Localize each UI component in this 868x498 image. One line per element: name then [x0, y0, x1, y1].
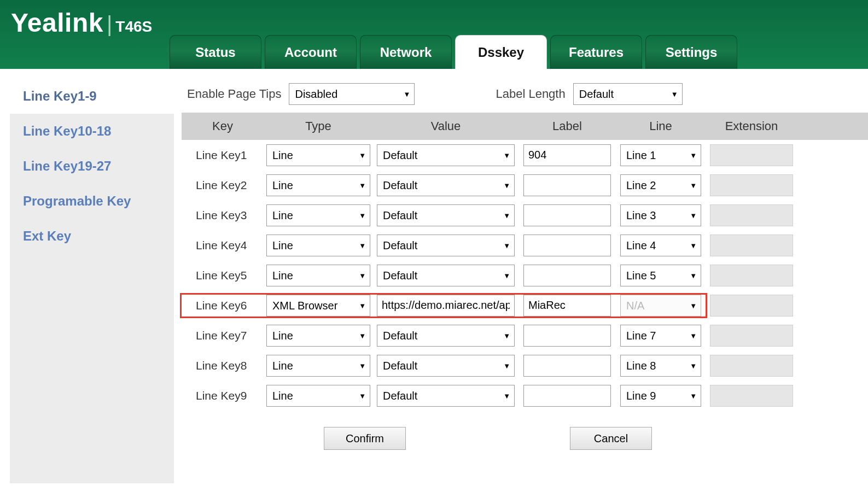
table-row: Line Key9LineDefaultLine 9: [182, 380, 868, 411]
table-row: Line Key7LineDefaultLine 7: [182, 320, 868, 350]
table-row: Line Key2LineDefaultLine 2: [182, 170, 868, 200]
brand-divider: |: [107, 12, 112, 37]
extension-field: [710, 265, 793, 286]
sidebar-item-line-key-1-9[interactable]: Line Key1-9: [10, 79, 174, 114]
brand-name: Yealink: [11, 8, 103, 38]
line-select: N/A: [620, 295, 701, 317]
extension-field: [710, 144, 793, 166]
label-length-label: Label Length: [496, 87, 565, 101]
row-key-label: Line Key7: [193, 329, 264, 342]
label-input[interactable]: [523, 355, 611, 377]
row-key-label: Line Key8: [193, 359, 264, 372]
content: Line Key1-9Line Key10-18Line Key19-27Pro…: [0, 69, 868, 483]
row-key-label: Line Key1: [193, 149, 264, 162]
extension-field: [710, 355, 793, 377]
cancel-button[interactable]: Cancel: [570, 427, 652, 450]
col-ext: Extension: [706, 119, 797, 133]
label-input[interactable]: [523, 325, 611, 347]
line-select[interactable]: Line 1: [620, 144, 701, 166]
line-select[interactable]: Line 8: [620, 355, 701, 377]
line-select[interactable]: Line 7: [620, 325, 701, 347]
extension-field: [710, 204, 793, 226]
col-label: Label: [519, 119, 616, 133]
col-type: Type: [264, 119, 373, 133]
value-select[interactable]: Default: [377, 355, 515, 377]
tab-dsskey[interactable]: Dsskey: [455, 35, 547, 69]
type-select[interactable]: Line: [266, 235, 370, 256]
tab-settings[interactable]: Settings: [645, 35, 737, 69]
label-input[interactable]: [523, 144, 611, 166]
type-select[interactable]: Line: [266, 204, 370, 226]
table-row: Line Key4LineDefaultLine 4: [182, 230, 868, 260]
logo: Yealink | T46S: [11, 8, 152, 38]
tab-features[interactable]: Features: [550, 35, 642, 69]
col-value: Value: [373, 119, 519, 133]
main-nav: StatusAccountNetworkDsskeyFeaturesSettin…: [170, 35, 737, 69]
row-key-label: Line Key3: [193, 209, 264, 222]
value-select[interactable]: Default: [377, 204, 515, 226]
header: Yealink | T46S StatusAccountNetworkDsske…: [0, 0, 868, 69]
tab-account[interactable]: Account: [265, 35, 357, 69]
enable-page-tips-select[interactable]: Disabled: [289, 83, 415, 105]
sidebar-item-line-key-10-18[interactable]: Line Key10-18: [10, 114, 174, 149]
extension-field: [710, 295, 793, 317]
label-length-select[interactable]: Default: [573, 83, 683, 105]
sidebar-item-line-key-19-27[interactable]: Line Key19-27: [10, 149, 174, 184]
enable-page-tips-label: Enable Page Tips: [187, 87, 281, 101]
line-select[interactable]: Line 2: [620, 174, 701, 196]
type-select[interactable]: Line: [266, 144, 370, 166]
line-select[interactable]: Line 9: [620, 385, 701, 407]
extension-field: [710, 174, 793, 196]
label-input[interactable]: [523, 235, 611, 256]
type-select[interactable]: Line: [266, 325, 370, 347]
type-select[interactable]: XML Browser: [266, 295, 370, 317]
extension-field: [710, 385, 793, 407]
value-select[interactable]: Default: [377, 325, 515, 347]
table-row: Line Key8LineDefaultLine 8: [182, 350, 868, 380]
table-header: Key Type Value Label Line Extension: [182, 113, 868, 140]
brand-model: T46S: [115, 18, 152, 36]
extension-field: [710, 325, 793, 347]
label-input[interactable]: [523, 174, 611, 196]
top-controls: Enable Page Tips Disabled Label Length D…: [182, 79, 868, 113]
table-rows: Line Key1LineDefaultLine 1Line Key2LineD…: [182, 140, 868, 411]
col-key: Key: [182, 119, 264, 133]
value-input[interactable]: [377, 295, 515, 317]
tab-status[interactable]: Status: [170, 35, 261, 69]
row-key-label: Line Key9: [193, 389, 264, 402]
type-select[interactable]: Line: [266, 385, 370, 407]
col-line: Line: [616, 119, 706, 133]
sidebar: Line Key1-9Line Key10-18Line Key19-27Pro…: [10, 79, 174, 483]
sidebar-item-programable-key[interactable]: Programable Key: [10, 184, 174, 219]
sidebar-item-ext-key[interactable]: Ext Key: [10, 219, 174, 254]
label-input[interactable]: [523, 385, 611, 407]
value-select[interactable]: Default: [377, 385, 515, 407]
label-input[interactable]: [523, 295, 611, 317]
table-row: Line Key5LineDefaultLine 5: [182, 260, 868, 290]
row-key-label: Line Key2: [193, 179, 264, 192]
table-row: Line Key6XML BrowserN/A: [182, 290, 868, 320]
tab-network[interactable]: Network: [360, 35, 452, 69]
label-input[interactable]: [523, 204, 611, 226]
label-input[interactable]: [523, 265, 611, 286]
line-select[interactable]: Line 4: [620, 235, 701, 256]
value-select[interactable]: Default: [377, 174, 515, 196]
button-row: Confirm Cancel: [182, 411, 868, 450]
row-key-label: Line Key6: [193, 299, 264, 312]
row-key-label: Line Key4: [193, 239, 264, 252]
confirm-button[interactable]: Confirm: [324, 427, 406, 450]
type-select[interactable]: Line: [266, 265, 370, 286]
value-select[interactable]: Default: [377, 235, 515, 256]
table-row: Line Key1LineDefaultLine 1: [182, 140, 868, 170]
value-select[interactable]: Default: [377, 144, 515, 166]
table-row: Line Key3LineDefaultLine 3: [182, 200, 868, 230]
type-select[interactable]: Line: [266, 355, 370, 377]
type-select[interactable]: Line: [266, 174, 370, 196]
line-select[interactable]: Line 5: [620, 265, 701, 286]
extension-field: [710, 235, 793, 256]
value-select[interactable]: Default: [377, 265, 515, 286]
main-panel: Enable Page Tips Disabled Label Length D…: [174, 79, 868, 483]
line-select[interactable]: Line 3: [620, 204, 701, 226]
row-key-label: Line Key5: [193, 269, 264, 282]
